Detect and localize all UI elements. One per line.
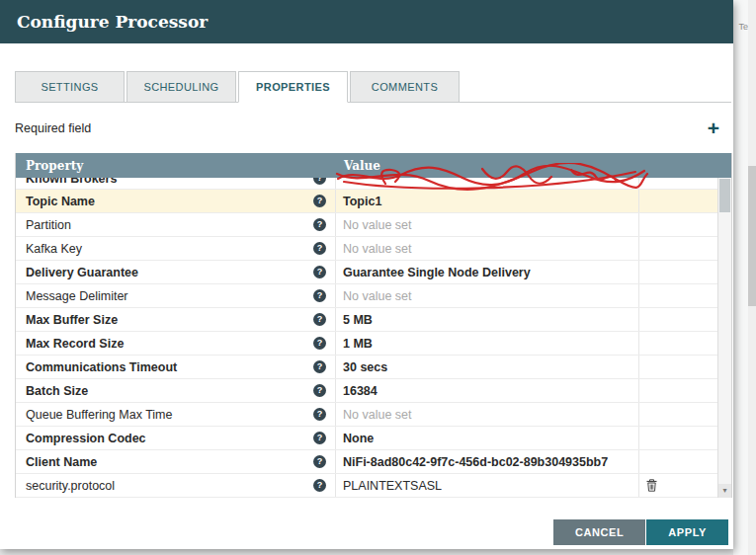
tab-bar: SETTINGSSCHEDULINGPROPERTIESCOMMENTS: [15, 71, 731, 103]
actions-cell: [639, 284, 717, 307]
property-name: Client Name: [26, 455, 97, 469]
property-cell: Known Brokers?: [16, 178, 336, 190]
property-cell: Partition?: [16, 213, 336, 236]
property-value[interactable]: NiFi-8ad80c42-9f7c-456d-bc02-89b304935bb…: [336, 450, 639, 473]
column-header-value: Value: [336, 159, 731, 173]
properties-table: Property Value Known Brokers?Topic Name?…: [15, 153, 732, 498]
property-name: security.protocol: [26, 479, 115, 493]
actions-cell: [639, 427, 717, 449]
property-value[interactable]: 16384: [336, 379, 639, 402]
help-icon[interactable]: ?: [313, 408, 326, 421]
property-cell: Kafka Key?: [16, 237, 336, 260]
property-name: Queue Buffering Max Time: [26, 408, 172, 422]
dialog-body: SETTINGSSCHEDULINGPROPERTIESCOMMENTS Req…: [0, 43, 733, 498]
table-row[interactable]: Kafka Key?No value set: [16, 237, 717, 261]
help-icon[interactable]: ?: [313, 195, 326, 207]
properties-table-body: Known Brokers?Topic Name?Topic1Partition…: [16, 178, 717, 498]
dialog-header: Configure Processor: [0, 0, 733, 43]
apply-button[interactable]: APPLY: [646, 519, 728, 545]
tab-comments[interactable]: COMMENTS: [350, 71, 460, 103]
property-cell: security.protocol?: [16, 474, 336, 497]
table-row[interactable]: security.protocol?PLAINTEXTSASL: [16, 474, 717, 498]
cancel-button[interactable]: CANCEL: [553, 519, 645, 545]
table-header-row: Property Value: [16, 153, 731, 178]
property-cell: Compression Codec?: [16, 427, 336, 449]
property-name: Topic Name: [26, 195, 95, 208]
help-icon[interactable]: ?: [313, 337, 326, 350]
actions-cell: [639, 403, 717, 426]
property-value[interactable]: No value set: [336, 237, 639, 260]
help-icon[interactable]: ?: [313, 384, 326, 397]
background-page-sliver: Te: [733, 0, 756, 555]
actions-cell: [639, 213, 717, 236]
table-row[interactable]: Queue Buffering Max Time?No value set: [16, 403, 717, 427]
dialog-footer: CANCEL APPLY: [0, 498, 733, 549]
delete-property-icon[interactable]: [646, 479, 657, 492]
tab-settings[interactable]: SETTINGS: [15, 71, 125, 103]
property-cell: Batch Size?: [16, 379, 336, 402]
property-name: Batch Size: [26, 384, 88, 398]
property-value[interactable]: 1 MB: [336, 332, 639, 355]
table-row[interactable]: Compression Codec?None: [16, 427, 717, 450]
actions-cell: [639, 237, 717, 260]
property-name: Kafka Key: [26, 242, 82, 256]
help-icon[interactable]: ?: [313, 479, 326, 492]
help-icon[interactable]: ?: [313, 313, 326, 326]
property-value[interactable]: PLAINTEXTSASL: [336, 474, 639, 497]
help-icon[interactable]: ?: [313, 218, 326, 231]
property-value[interactable]: 30 secs: [336, 356, 639, 378]
actions-cell: [639, 450, 717, 473]
property-name: Partition: [26, 218, 71, 232]
table-scrollbar-thumb[interactable]: [719, 179, 730, 212]
table-row[interactable]: Topic Name?Topic1: [16, 190, 717, 213]
page-scrollbar[interactable]: [748, 0, 756, 555]
help-icon[interactable]: ?: [313, 242, 326, 255]
table-row[interactable]: Max Buffer Size?5 MB: [16, 308, 717, 332]
property-value-redacted[interactable]: [336, 178, 639, 190]
help-icon[interactable]: ?: [313, 178, 326, 185]
background-page-text: Te: [738, 22, 748, 32]
table-row[interactable]: Known Brokers?: [16, 178, 717, 190]
table-row[interactable]: Message Delimiter?No value set: [16, 284, 717, 308]
property-name: Max Record Size: [26, 337, 124, 351]
property-value[interactable]: Guarantee Single Node Delivery: [336, 261, 639, 283]
property-value[interactable]: Topic1: [336, 190, 639, 212]
help-icon[interactable]: ?: [313, 360, 326, 373]
property-cell: Communications Timeout?: [16, 356, 336, 378]
dialog-title: Configure Processor: [17, 12, 208, 32]
help-icon[interactable]: ?: [313, 432, 326, 444]
property-name: Known Brokers: [26, 178, 117, 186]
help-icon[interactable]: ?: [313, 455, 326, 468]
property-name: Communications Timeout: [26, 360, 177, 374]
property-value[interactable]: No value set: [336, 284, 639, 307]
property-name: Compression Codec: [26, 432, 146, 445]
table-row[interactable]: Delivery Guarantee?Guarantee Single Node…: [16, 261, 717, 284]
table-row[interactable]: Batch Size?16384: [16, 379, 717, 403]
actions-cell: [639, 261, 717, 283]
property-cell: Queue Buffering Max Time?: [16, 403, 336, 426]
property-value[interactable]: No value set: [336, 403, 639, 426]
scroll-down-arrow-icon[interactable]: ▾: [718, 484, 731, 498]
tab-properties[interactable]: PROPERTIES: [238, 71, 348, 103]
table-scrollbar[interactable]: ▾: [717, 178, 731, 498]
actions-cell: [639, 190, 717, 212]
plus-icon: +: [708, 117, 719, 139]
help-icon[interactable]: ?: [313, 289, 326, 302]
table-row[interactable]: Communications Timeout?30 secs: [16, 356, 717, 379]
page-background: Te Configure Processor SETTINGSSCHEDULIN…: [0, 0, 756, 555]
add-property-button[interactable]: +: [708, 119, 719, 138]
page-scrollbar-thumb[interactable]: [748, 166, 756, 306]
table-row[interactable]: Partition?No value set: [16, 213, 717, 237]
tab-scheduling[interactable]: SCHEDULING: [126, 71, 236, 103]
property-name: Message Delimiter: [26, 289, 128, 303]
actions-cell: [639, 308, 717, 331]
property-value[interactable]: None: [336, 427, 639, 449]
property-name: Delivery Guarantee: [26, 266, 138, 279]
table-row[interactable]: Client Name?NiFi-8ad80c42-9f7c-456d-bc02…: [16, 450, 717, 474]
actions-cell: [639, 474, 717, 497]
table-row[interactable]: Max Record Size?1 MB: [16, 332, 717, 356]
property-value[interactable]: 5 MB: [336, 308, 639, 331]
help-icon[interactable]: ?: [313, 266, 326, 278]
property-value[interactable]: No value set: [336, 213, 639, 236]
actions-cell: [639, 332, 717, 355]
